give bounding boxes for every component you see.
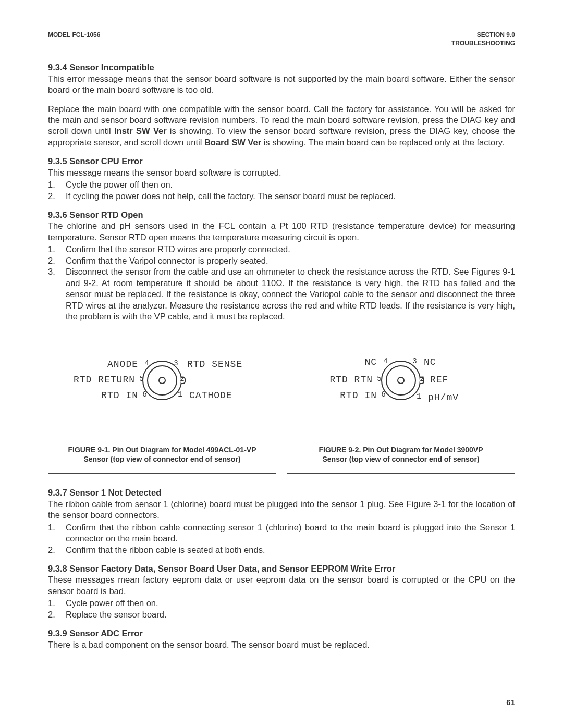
section-title: 9.3.8 Sensor Factory Data, Sensor Board … <box>48 564 395 573</box>
page-header: MODEL FCL-1056 SECTION 9.0 TROUBLESHOOTI… <box>48 31 515 47</box>
section-title: 9.3.7 Sensor 1 Not Detected <box>48 488 161 497</box>
page: MODEL FCL-1056 SECTION 9.0 TROUBLESHOOTI… <box>0 0 563 728</box>
ordered-list: Confirm that the sensor RTD wires are pr… <box>48 244 515 322</box>
paragraph: Replace the main board with one compatib… <box>48 104 515 149</box>
pin-number: 1 <box>177 390 184 397</box>
caption-line: Sensor (top view of connector end of sen… <box>319 454 483 464</box>
header-right: SECTION 9.0 TROUBLESHOOTING <box>451 31 515 47</box>
paragraph: There is a bad component on the sensor b… <box>48 639 515 650</box>
text-bold: Instr SW Ver <box>114 126 167 135</box>
section-9-3-9: 9.3.9 Sensor ADC Error There is a bad co… <box>48 628 515 650</box>
pin-number: 4 <box>382 356 389 364</box>
section-9-3-4: 9.3.4 Sensor Incompatible This error mes… <box>48 62 515 95</box>
section-9-3-6: 9.3.6 Sensor RTD Open The chlorine and p… <box>48 209 515 322</box>
header-subsection: TROUBLESHOOTING <box>451 40 515 48</box>
caption-line: FIGURE 9-1. Pin Out Diagram for Model 49… <box>68 445 256 454</box>
figure-9-1: 1 2 3 4 5 6 CATHODE RTD SENSE ANODE RTD … <box>48 330 276 474</box>
paragraph: The chlorine and pH sensors used in the … <box>48 220 515 243</box>
pin-label: RTD IN <box>101 390 138 402</box>
figures-row: 1 2 3 4 5 6 CATHODE RTD SENSE ANODE RTD … <box>48 330 515 474</box>
section-title: 9.3.9 Sensor ADC Error <box>48 628 143 638</box>
section-title: 9.3.6 Sensor RTD Open <box>48 210 143 219</box>
pin-label: RTD IN <box>340 390 377 402</box>
pin-label: REF <box>430 374 448 386</box>
figure-caption: FIGURE 9-2. Pin Out Diagram for Model 39… <box>319 445 483 464</box>
pin-number: 5 <box>138 374 145 381</box>
pin-number: 3 <box>173 359 180 366</box>
paragraph: This error message means that the sensor… <box>48 73 515 96</box>
pin-number: 6 <box>380 390 387 397</box>
pin-label: RTD RTN <box>329 374 373 386</box>
header-left: MODEL FCL-1056 <box>48 31 100 47</box>
pin-label: CATHODE <box>189 390 232 402</box>
pin-label: RTD SENSE <box>187 359 242 371</box>
section-9-3-7: 9.3.7 Sensor 1 Not Detected The ribbon c… <box>48 487 515 556</box>
list-item: Disconnect the sensor from the cable and… <box>48 266 515 322</box>
ordered-list: Cycle power off then on. Replace the sen… <box>48 598 515 620</box>
page-number: 61 <box>506 697 515 708</box>
text-bold: Board SW Ver <box>204 138 261 147</box>
pinout-diagram-2: 1 2 3 4 5 6 pH/mV REF NC NC RTD RTN RTD … <box>312 349 489 412</box>
list-item: Replace the sensor board. <box>48 609 515 620</box>
pin-number: 4 <box>143 359 151 366</box>
pin-label: NC <box>424 356 436 368</box>
center-dot-icon <box>158 377 166 384</box>
section-9-3-4-cont: Replace the main board with one compatib… <box>48 104 515 149</box>
pin-number: 1 <box>415 392 423 399</box>
pin-label: NC <box>364 356 377 368</box>
pin-label: pH/mV <box>428 392 459 404</box>
header-section: SECTION 9.0 <box>451 31 515 40</box>
pin-number: 2 <box>419 374 426 381</box>
section-9-3-5: 9.3.5 Sensor CPU Error This message mean… <box>48 156 515 202</box>
list-item: Confirm that the sensor RTD wires are pr… <box>48 244 515 255</box>
pin-number: 3 <box>411 356 419 364</box>
paragraph: This message means the sensor board soft… <box>48 167 515 178</box>
pin-label: RTD RETURN <box>74 374 135 386</box>
section-title: 9.3.5 Sensor CPU Error <box>48 156 143 166</box>
section-9-3-8: 9.3.8 Sensor Factory Data, Sensor Board … <box>48 563 515 620</box>
caption-line: FIGURE 9-2. Pin Out Diagram for Model 39… <box>319 445 483 454</box>
ordered-list: Confirm that the ribbon cable connecting… <box>48 522 515 556</box>
paragraph: The ribbon cable from sensor 1 (chlorine… <box>48 499 515 521</box>
list-item: If cycling the power does not help, call… <box>48 191 515 202</box>
ordered-list: Cycle the power off then on. If cycling … <box>48 179 515 202</box>
pin-number: 5 <box>376 374 383 381</box>
list-item: Cycle power off then on. <box>48 598 515 609</box>
figure-caption: FIGURE 9-1. Pin Out Diagram for Model 49… <box>68 445 256 464</box>
paragraph: These messages mean factory eeprom data … <box>48 574 515 597</box>
list-item: Confirm that the Varipol connector is pr… <box>48 255 515 266</box>
section-title: 9.3.4 Sensor Incompatible <box>48 63 154 72</box>
pinout-diagram-1: 1 2 3 4 5 6 CATHODE RTD SENSE ANODE RTD … <box>74 349 251 412</box>
text: is showing. The main board can be replac… <box>261 138 504 147</box>
pin-label: ANODE <box>107 359 138 371</box>
pin-number: 6 <box>141 390 149 397</box>
list-item: Confirm that the ribbon cable connecting… <box>48 522 515 545</box>
list-item: Confirm that the ribbon cable is seated … <box>48 545 515 556</box>
pin-number: 2 <box>179 374 186 381</box>
caption-line: Sensor (top view of connector end of sen… <box>68 454 256 464</box>
center-dot-icon <box>397 377 405 384</box>
list-item: Cycle the power off then on. <box>48 179 515 190</box>
figure-9-2: 1 2 3 4 5 6 pH/mV REF NC NC RTD RTN RTD … <box>287 330 515 474</box>
